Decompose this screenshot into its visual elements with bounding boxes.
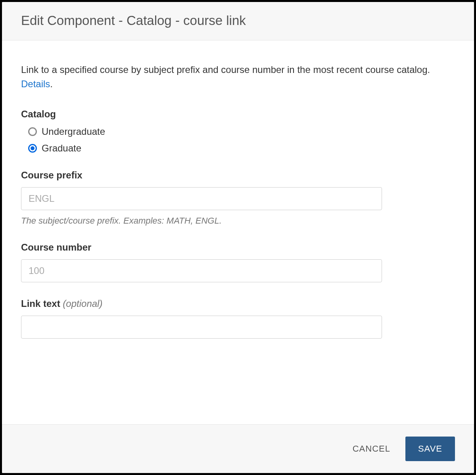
radio-circle-selected-icon: [28, 144, 37, 153]
radio-graduate[interactable]: Graduate: [28, 143, 455, 154]
radio-undergraduate[interactable]: Undergraduate: [28, 126, 455, 137]
link-text-optional: (optional): [63, 298, 102, 309]
link-text-field: Link text (optional): [21, 298, 455, 339]
dialog-description: Link to a specified course by subject pr…: [21, 63, 455, 91]
dialog-body: Link to a specified course by subject pr…: [2, 40, 474, 424]
course-prefix-help: The subject/course prefix. Examples: MAT…: [21, 216, 455, 226]
link-text-label: Link text (optional): [21, 298, 455, 309]
radio-dot-icon: [31, 146, 35, 150]
description-suffix: .: [50, 79, 53, 89]
course-number-input[interactable]: [21, 259, 382, 282]
dialog-title: Edit Component - Catalog - course link: [21, 13, 455, 28]
catalog-field: Catalog Undergraduate Graduate: [21, 109, 455, 154]
course-number-label: Course number: [21, 242, 455, 253]
course-prefix-label: Course prefix: [21, 170, 455, 181]
link-text-label-main: Link text: [21, 298, 63, 309]
radio-label: Graduate: [42, 143, 81, 154]
dialog-footer: CANCEL SAVE: [2, 424, 474, 473]
radio-circle-icon: [28, 127, 37, 136]
cancel-button[interactable]: CANCEL: [349, 437, 394, 460]
details-link[interactable]: Details: [21, 79, 50, 89]
edit-component-dialog: Edit Component - Catalog - course link L…: [2, 2, 474, 473]
catalog-radio-group: Undergraduate Graduate: [21, 126, 455, 154]
link-text-input[interactable]: [21, 316, 382, 339]
course-prefix-field: Course prefix The subject/course prefix.…: [21, 170, 455, 226]
radio-label: Undergraduate: [42, 126, 105, 137]
course-number-field: Course number: [21, 242, 455, 282]
dialog-header: Edit Component - Catalog - course link: [2, 2, 474, 40]
course-prefix-input[interactable]: [21, 187, 382, 210]
catalog-label: Catalog: [21, 109, 455, 120]
description-text: Link to a specified course by subject pr…: [21, 64, 430, 75]
save-button[interactable]: SAVE: [405, 437, 455, 461]
